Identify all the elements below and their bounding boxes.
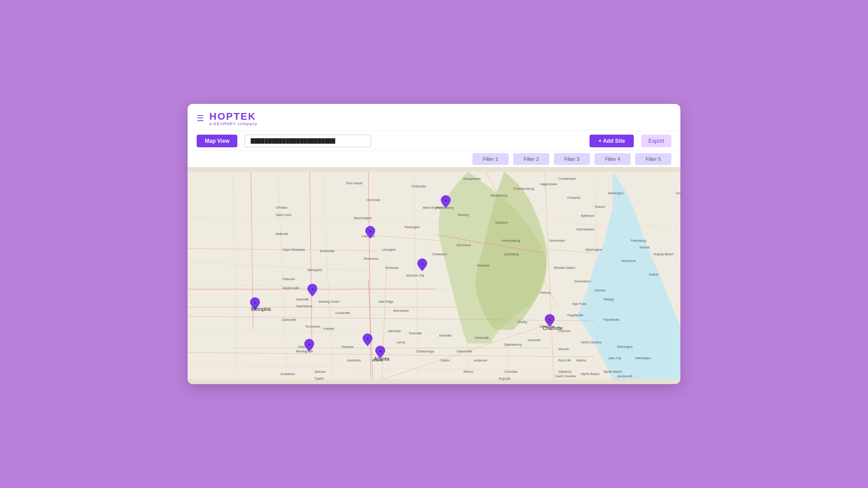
svg-text:Myrtle Beach: Myrtle Beach bbox=[604, 370, 622, 374]
filter-bar: Filter 1 Filter 2 Filter 3 Filter 4 Filt… bbox=[188, 151, 680, 167]
svg-text:Raleigh: Raleigh bbox=[604, 298, 614, 301]
svg-text:Bloomington: Bloomington bbox=[354, 216, 372, 220]
svg-text:O'Fallon: O'Fallon bbox=[276, 206, 288, 209]
svg-text:Winston-Salem: Winston-Salem bbox=[554, 266, 576, 269]
svg-text:Morgantown: Morgantown bbox=[463, 177, 481, 181]
svg-text:Jacksonvill: Jacksonvill bbox=[617, 375, 632, 378]
svg-text:Charleston: Charleston bbox=[432, 253, 447, 256]
svg-text:Atlanta: Atlanta bbox=[372, 358, 383, 362]
svg-text:Bowling Green: Bowling Green bbox=[319, 300, 340, 304]
search-input[interactable] bbox=[245, 135, 371, 147]
svg-text:Owensboro: Owensboro bbox=[296, 305, 312, 308]
svg-text:Anderson: Anderson bbox=[474, 359, 487, 362]
svg-text:Wilmington: Wilmington bbox=[635, 357, 651, 360]
svg-text:Washington: Washington bbox=[585, 248, 602, 252]
svg-text:Lexington: Lexington bbox=[382, 248, 396, 252]
svg-text:Chillicothe: Chillicothe bbox=[411, 185, 426, 188]
filter-btn-2[interactable]: Filter 2 bbox=[513, 153, 549, 165]
svg-text:Suffolk: Suffolk bbox=[649, 273, 659, 276]
export-button[interactable]: Export bbox=[641, 135, 671, 147]
svg-text:Richmond: Richmond bbox=[364, 257, 378, 260]
svg-text:Huntsville: Huntsville bbox=[347, 359, 361, 362]
svg-text:Asheville: Asheville bbox=[439, 334, 452, 337]
logo-sub: a KEARNEY company bbox=[209, 122, 257, 126]
svg-text:Kentucky: Kentucky bbox=[386, 266, 399, 270]
filter-btn-3[interactable]: Filter 3 bbox=[554, 153, 590, 165]
svg-text:Lenoir: Lenoir bbox=[396, 341, 406, 344]
svg-text:Terre Haute: Terre Haute bbox=[346, 182, 363, 185]
svg-text:Chambersburg: Chambersburg bbox=[513, 187, 534, 191]
svg-text:Cape Girardeau: Cape Girardeau bbox=[283, 248, 305, 252]
svg-text:Lynchburg: Lynchburg bbox=[504, 253, 519, 256]
filter-btn-5[interactable]: Filter 5 bbox=[635, 153, 671, 165]
svg-text:Norfolk: Norfolk bbox=[640, 246, 650, 249]
svg-text:Jackson: Jackson bbox=[314, 370, 326, 373]
svg-text:Beckley: Beckley bbox=[458, 213, 469, 217]
svg-text:Staunton: Staunton bbox=[495, 221, 508, 224]
svg-text:Towson: Towson bbox=[594, 205, 605, 208]
svg-text:Birmingham: Birmingham bbox=[296, 350, 313, 353]
svg-text:Gainesville: Gainesville bbox=[457, 350, 472, 353]
tab-map-view[interactable]: Map View bbox=[197, 135, 237, 147]
svg-text:Florence: Florence bbox=[341, 345, 354, 348]
svg-text:Wilmington: Wilmington bbox=[608, 192, 624, 195]
svg-text:●: ● bbox=[549, 318, 551, 321]
header: ☰ НОРTEK a KEARNEY company bbox=[188, 104, 680, 131]
logo-block: НОРTEK a KEARNEY company bbox=[209, 111, 257, 126]
map-background: Memphis Nashville Birmingham Atlanta Par… bbox=[188, 167, 680, 384]
svg-text:Franklin: Franklin bbox=[323, 327, 335, 330]
svg-text:●: ● bbox=[367, 337, 368, 340]
filter-btn-1[interactable]: Filter 1 bbox=[472, 153, 509, 165]
svg-text:Johnson City: Johnson City bbox=[406, 274, 425, 277]
logo-text: НОРTEK bbox=[209, 111, 257, 122]
svg-text:Belleville: Belleville bbox=[276, 232, 288, 235]
svg-text:Cincinnati: Cincinnati bbox=[366, 198, 380, 202]
svg-text:Tennessee: Tennessee bbox=[305, 325, 321, 328]
svg-text:Augusta: Augusta bbox=[499, 377, 510, 380]
svg-text:Spartanburg: Spartanburg bbox=[504, 343, 522, 347]
svg-text:Harriman: Harriman bbox=[388, 329, 401, 333]
svg-text:Athens: Athens bbox=[463, 370, 473, 373]
svg-text:Gastonia: Gastonia bbox=[528, 338, 540, 342]
svg-text:Vineland: Vineland bbox=[676, 192, 680, 195]
svg-text:Jonesboro: Jonesboro bbox=[280, 372, 295, 375]
svg-text:Evansville: Evansville bbox=[320, 249, 335, 253]
svg-text:Charlotte: Charlotte bbox=[540, 324, 555, 328]
add-site-button[interactable]: + Add Site bbox=[590, 135, 634, 147]
svg-text:Cumberland: Cumberland bbox=[558, 177, 576, 180]
svg-text:Fayetteville: Fayetteville bbox=[604, 318, 620, 322]
filter-btn-4[interactable]: Filter 4 bbox=[594, 153, 631, 165]
app-window: ☰ НОРTEK a KEARNEY company Map View + Ad… bbox=[188, 104, 680, 384]
svg-text:●: ● bbox=[421, 262, 423, 265]
svg-text:Roanoke: Roanoke bbox=[477, 264, 490, 267]
svg-text:●: ● bbox=[445, 199, 447, 202]
svg-text:Monroe: Monroe bbox=[558, 347, 569, 351]
svg-text:Greenville: Greenville bbox=[475, 336, 489, 339]
svg-text:Martinsburg: Martinsburg bbox=[491, 194, 507, 197]
svg-text:●: ● bbox=[369, 230, 371, 233]
svg-text:Huntington: Huntington bbox=[405, 225, 420, 229]
svg-text:West Virginia: West Virginia bbox=[423, 206, 441, 210]
svg-text:Concord: Concord bbox=[558, 329, 571, 333]
svg-text:●: ● bbox=[254, 301, 256, 304]
svg-text:Harrisonburg: Harrisonburg bbox=[502, 239, 520, 243]
svg-text:Morristown: Morristown bbox=[393, 309, 409, 312]
svg-text:Cookeville: Cookeville bbox=[335, 311, 350, 314]
svg-text:●: ● bbox=[311, 287, 313, 291]
svg-text:Knoxville: Knoxville bbox=[409, 332, 422, 335]
svg-text:Durham: Durham bbox=[594, 289, 606, 292]
svg-text:Oak Ridge: Oak Ridge bbox=[378, 300, 393, 304]
svg-text:South Carolina: South Carolina bbox=[555, 375, 576, 378]
svg-text:Tupelo: Tupelo bbox=[314, 377, 324, 380]
svg-text:Germantown: Germantown bbox=[576, 228, 594, 231]
svg-text:Petersburg: Petersburg bbox=[631, 239, 646, 243]
map-svg: Memphis Nashville Birmingham Atlanta Par… bbox=[188, 167, 680, 384]
svg-text:Richmond: Richmond bbox=[457, 244, 471, 247]
svg-text:Fayetteville: Fayetteville bbox=[567, 314, 584, 317]
toolbar: Map View + Add Site Export bbox=[188, 131, 680, 151]
svg-text:Salisbury: Salisbury bbox=[558, 370, 571, 374]
svg-text:Hopkinsville: Hopkinsville bbox=[283, 286, 299, 290]
svg-text:Mullins: Mullins bbox=[576, 359, 586, 362]
svg-text:North Carolina: North Carolina bbox=[581, 341, 601, 344]
menu-icon[interactable]: ☰ bbox=[197, 113, 204, 123]
